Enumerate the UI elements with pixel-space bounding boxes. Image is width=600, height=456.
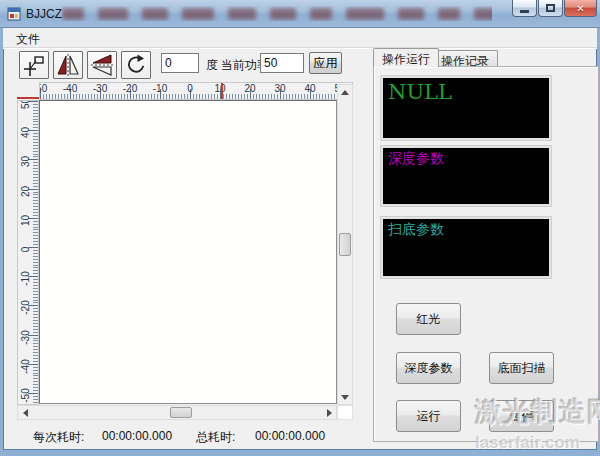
total-time-value: 00:00:00.000 [255,429,325,443]
per-run-time-label: 每次耗时: [33,429,84,446]
rotation-angle-input[interactable] [161,53,199,73]
arrow-right-icon [327,409,332,417]
titlebar-redacted-item [142,8,168,20]
mirror-horizontal-button[interactable] [53,51,83,79]
mirror-vertical-button[interactable] [87,51,117,79]
scroll-down-button[interactable] [338,390,352,404]
horizontal-ruler: -50-40-30-20-1001020304050 [39,82,353,100]
rotate-icon [124,53,148,77]
arrow-up-icon [341,90,349,95]
red-light-button[interactable]: 红光 [396,303,461,335]
status-display-depth-text: 深度参数 [388,150,444,166]
menubar: 文件 [3,28,597,47]
depth-params-button[interactable]: 深度参数 [396,352,461,384]
scroll-left-button[interactable] [18,406,32,419]
titlebar-redacted-text [62,6,492,21]
titlebar-redacted-item [438,8,460,20]
app-icon [7,7,21,21]
v-ruler-label: 10 [20,210,31,230]
h-ruler-label: 30 [274,83,285,94]
h-ruler-position-marker [221,83,223,99]
v-ruler-label: 40 [20,123,31,143]
vertical-scrollbar-thumb[interactable] [339,233,351,256]
pause-button[interactable]: 暂停 [489,400,554,432]
minimize-button[interactable] [512,0,537,17]
h-ruler-label: -40 [63,83,77,94]
arrow-down-icon [341,395,349,400]
v-ruler-position-marker [17,97,39,99]
arrow-left-icon [23,409,28,417]
tab-operation-run[interactable]: 操作运行 [373,48,439,67]
h-ruler-label: -10 [153,83,167,94]
mirror-horizontal-icon [56,53,80,77]
app-window: BJJCZ ✕ 文件 [0,0,600,456]
status-display-depth: 深度参数 [381,146,551,206]
horizontal-scrollbar-thumb[interactable] [170,407,192,418]
maximize-icon [546,4,555,12]
titlebar-redacted-item [346,8,384,20]
titlebar-redacted-item [182,8,214,20]
status-display-bottom: 扫底参数 [381,217,551,278]
current-power-input[interactable] [260,53,304,73]
run-button[interactable]: 运行 [396,400,461,432]
set-origin-button[interactable] [19,51,49,79]
status-display-main: NULL [381,76,551,140]
drawing-canvas[interactable] [39,100,337,404]
per-run-time-value: 00:00:00.000 [102,429,172,443]
h-ruler-label: 40 [304,83,315,94]
status-display-bottom-text: 扫底参数 [388,221,444,237]
window-title: BJJCZ [26,7,62,21]
status-display-main-text: NULL [388,80,452,104]
v-ruler-label: -40 [20,356,31,376]
scroll-right-button[interactable] [322,406,336,419]
h-ruler-label: -30 [93,83,107,94]
v-ruler-label: 0 [20,240,31,260]
titlebar: BJJCZ ✕ [0,0,600,28]
bottom-scan-button[interactable]: 底面扫描 [489,352,554,384]
tab-operation-record[interactable]: 操作记录 [432,50,498,67]
close-button[interactable]: ✕ [564,0,597,17]
v-ruler-label: -50 [20,386,31,406]
minimize-icon [520,10,529,13]
h-ruler-label: 20 [244,83,255,94]
toolbar-separator [3,47,597,49]
h-ruler-label: -50 [39,83,47,94]
maximize-button[interactable] [538,0,563,17]
titlebar-redacted-item [474,8,492,20]
vertical-ruler: 50403020100-10-20-30-40-50 [17,100,39,405]
close-icon: ✕ [576,3,584,14]
titlebar-redacted-item [98,8,128,20]
v-ruler-label: -10 [20,269,31,289]
crosshair-position-icon [22,53,46,77]
rotation-unit-label: 度 [206,57,218,74]
titlebar-redacted-item [62,8,84,20]
v-ruler-label: 20 [20,181,31,201]
apply-button[interactable]: 应用 [309,52,342,74]
scroll-up-button[interactable] [338,85,352,99]
total-time-label: 总耗时: [196,429,235,446]
mirror-vertical-icon [90,53,114,77]
h-ruler-label: 0 [187,83,193,94]
titlebar-redacted-item [228,8,256,20]
titlebar-redacted-item [398,8,424,20]
v-ruler-label: -20 [20,298,31,318]
v-ruler-label: -30 [20,327,31,347]
h-ruler-label: -20 [123,83,137,94]
rotate-button[interactable] [121,51,151,79]
titlebar-redacted-item [270,8,296,20]
v-ruler-label: 30 [20,152,31,172]
h-ruler-label: 10 [214,83,225,94]
horizontal-scrollbar[interactable] [17,405,337,420]
vertical-scrollbar[interactable] [337,84,353,405]
v-ruler-label: 50 [20,100,31,114]
titlebar-redacted-item [310,8,332,20]
scrollbar-corner [337,405,353,420]
